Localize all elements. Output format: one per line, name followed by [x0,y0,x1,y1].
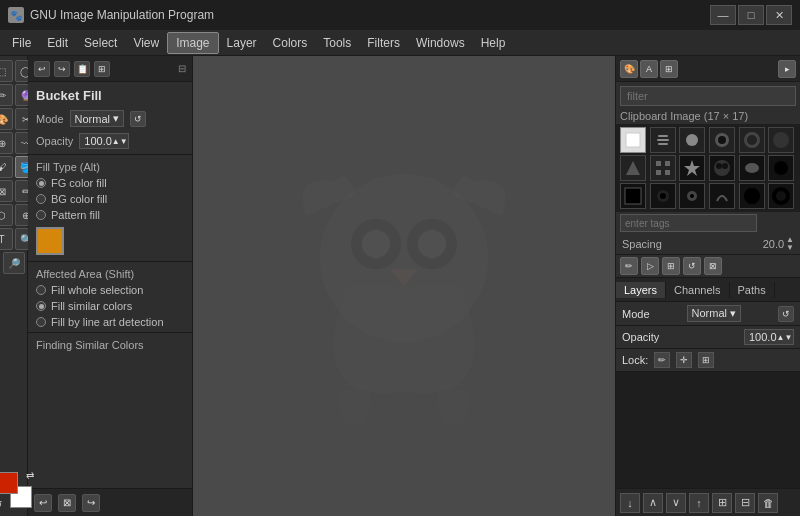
brush-cell[interactable] [768,127,794,153]
spacing-down-icon[interactable]: ▼ [786,244,794,252]
fill-fg-option[interactable]: FG color fill [28,175,192,191]
brush-cell[interactable] [709,155,735,181]
swap-colors-icon[interactable]: ⇄ [26,470,34,481]
affected-whole-option[interactable]: Fill whole selection [28,282,192,298]
fill-pattern-radio[interactable] [36,210,46,220]
fill-fg-radio[interactable] [36,178,46,188]
layers-mode-row: Mode Normal ▾ ↺ [616,302,800,326]
panel-resize-icon: ⊟ [178,63,186,74]
minimize-button[interactable]: — [710,5,736,25]
menu-item-file[interactable]: File [4,33,39,53]
tool-clone[interactable]: ⬡ [0,204,13,226]
svg-rect-9 [657,139,669,141]
mode-select[interactable]: Normal ▾ [70,110,124,127]
tool-free-select[interactable]: ✏ [0,84,13,106]
menu-item-select[interactable]: Select [76,33,125,53]
tab-paths[interactable]: Paths [730,282,775,298]
brush-cell[interactable] [620,155,646,181]
tab-layers[interactable]: Layers [616,282,666,298]
menu-item-image[interactable]: Image [167,32,218,54]
layers-new-from-visible[interactable]: ↓ [620,493,640,513]
reset-colors-icon[interactable]: ↺ [0,499,2,510]
brushes-filter-input[interactable] [620,86,796,106]
tool-eraser[interactable]: ⊠ [0,180,13,202]
brush-cell[interactable] [709,127,735,153]
brush-refresh-icon[interactable]: ↺ [683,257,701,275]
brushes-scroll-right[interactable]: ▸ [778,60,796,78]
brush-cell[interactable] [650,127,676,153]
brush-edit-icon[interactable]: ✏ [620,257,638,275]
layers-new[interactable]: ⊞ [712,493,732,513]
tags-input[interactable] [620,214,757,232]
layers-opacity-spinbox[interactable]: 100.0 ▲▼ [744,329,794,345]
undo-icon[interactable]: ↩ [34,61,50,77]
brush-cell[interactable] [739,183,765,209]
brushes-grid [616,124,800,212]
fill-bg-option[interactable]: BG color fill [28,191,192,207]
lock-move-icon[interactable]: ✛ [676,352,692,368]
menu-item-edit[interactable]: Edit [39,33,76,53]
menu-item-layer[interactable]: Layer [219,33,265,53]
layers-copy[interactable]: ⊟ [735,493,755,513]
layers-mode-reset[interactable]: ↺ [778,306,794,322]
brush-cell[interactable] [679,183,705,209]
affected-lineart-option[interactable]: Fill by line art detection [28,314,192,330]
lock-paint-icon[interactable]: ✏ [654,352,670,368]
close-button[interactable]: ✕ [766,5,792,25]
brush-cell[interactable] [650,155,676,181]
brush-cell[interactable] [679,127,705,153]
menu-item-filters[interactable]: Filters [359,33,408,53]
footer-redo-icon[interactable]: ↪ [82,494,100,512]
menu-item-colors[interactable]: Colors [265,33,316,53]
menu-item-windows[interactable]: Windows [408,33,473,53]
menu-item-tools[interactable]: Tools [315,33,359,53]
layers-delete[interactable]: 🗑 [758,493,778,513]
brush-cell[interactable] [709,183,735,209]
brush-cell[interactable] [650,183,676,209]
tool-foreground-select[interactable]: ⊕ [0,132,13,154]
layers-raise[interactable]: ∧ [643,493,663,513]
finding-section: Finding Similar Colors [28,335,192,353]
mode-reset-icon[interactable]: ↺ [130,111,146,127]
brushes-text-icon[interactable]: A [640,60,658,78]
lock-alpha-icon[interactable]: ⊞ [698,352,714,368]
brush-cell[interactable] [620,127,646,153]
brush-cell[interactable] [620,183,646,209]
brush-duplicate-icon[interactable]: ⊞ [662,257,680,275]
brush-cell[interactable] [768,183,794,209]
brush-cell[interactable] [739,155,765,181]
canvas-area[interactable] [193,56,615,516]
redo-icon[interactable]: ↪ [54,61,70,77]
clipboard-icon[interactable]: 📋 [74,61,90,77]
menu-item-view[interactable]: View [125,33,167,53]
maximize-button[interactable]: □ [738,5,764,25]
tool-text[interactable]: T [0,228,13,250]
tool-zoom[interactable]: 🔎 [3,252,25,274]
grid-icon[interactable]: ⊞ [94,61,110,77]
brushes-grid-icon[interactable]: ⊞ [660,60,678,78]
layers-top[interactable]: ↑ [689,493,709,513]
menu-item-help[interactable]: Help [473,33,514,53]
tool-color-select[interactable]: 🎨 [0,108,13,130]
affected-lineart-radio[interactable] [36,317,46,327]
foreground-color[interactable] [0,472,18,494]
affected-similar-option[interactable]: Fill similar colors [28,298,192,314]
brush-play-icon[interactable]: ▷ [641,257,659,275]
affected-similar-radio[interactable] [36,301,46,311]
tool-rect-select[interactable]: ⬚ [0,60,13,82]
brush-cell[interactable] [768,155,794,181]
footer-reset-icon[interactable]: ⊠ [58,494,76,512]
tool-paintbrush[interactable]: 🖌 [0,156,13,178]
tab-channels[interactable]: Channels [666,282,729,298]
fill-bg-radio[interactable] [36,194,46,204]
fill-pattern-option[interactable]: Pattern fill [28,207,192,223]
brush-cell[interactable] [679,155,705,181]
brush-cell[interactable] [739,127,765,153]
brush-delete-icon[interactable]: ⊠ [704,257,722,275]
layers-lower[interactable]: ∨ [666,493,686,513]
brushes-patterns-icon[interactable]: 🎨 [620,60,638,78]
footer-undo-icon[interactable]: ↩ [34,494,52,512]
layers-mode-select[interactable]: Normal ▾ [687,305,742,322]
affected-whole-radio[interactable] [36,285,46,295]
opacity-spinbox[interactable]: 100.0 ▲▼ [79,133,129,149]
